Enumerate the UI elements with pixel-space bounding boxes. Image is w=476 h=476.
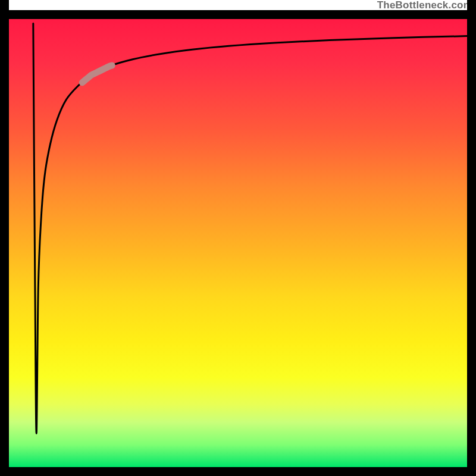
curve-main-path [33,24,467,434]
chart-stage: TheBottleneck.com [0,0,476,476]
plot-border-left [0,0,9,476]
plot-border-right [467,0,476,476]
curve-svg [9,19,467,467]
attribution-label: TheBottleneck.com [377,0,472,10]
plot-border-bottom [0,467,476,476]
plot-border-top [0,10,476,19]
curve-highlight-path [82,65,112,83]
